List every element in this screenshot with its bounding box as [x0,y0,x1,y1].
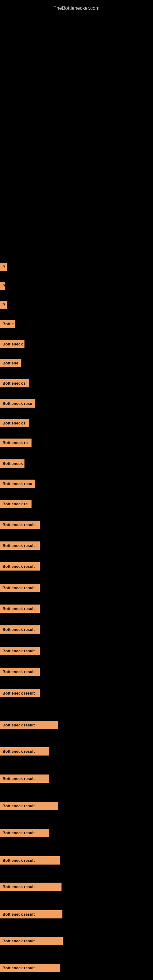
bottleneck-result-label: Bottleneck result [0,883,62,891]
bottleneck-result-label: Bottle [0,320,15,328]
bottleneck-result-label: Bottleneck result [0,937,63,945]
bottleneck-result-label: Bottleneck [0,460,24,468]
bottleneck-result-label: Bottleneck result [0,829,49,837]
bottleneck-result-label: Bottleneck resu [0,399,35,407]
bottleneck-result-label: B [0,282,5,290]
bottleneck-result-label: Bottleneck result [0,802,58,810]
site-title: TheBottlenecker.com [0,2,153,14]
bottleneck-result-label: B [0,301,7,309]
bottleneck-result-label: Bottleneck result [0,520,40,529]
bottleneck-result-label: Bottleneck result [0,856,60,865]
bottleneck-result-label: Bottleneck r [0,379,29,387]
bottleneck-result-label: Bottleneck result [0,541,40,550]
bottleneck-result-label: Bottleneck result [0,625,40,634]
bottleneck-result-label: B [0,263,7,271]
bottleneck-result-label: Bottlene [0,359,21,367]
bottleneck-result-label: Bottleneck result [0,562,40,571]
bottleneck-result-label: Bottleneck result [0,775,49,783]
bottleneck-result-label: Bottleneck result [0,747,49,756]
bottleneck-result-label: Bottleneck result [0,910,62,918]
bottleneck-result-label: Bottleneck resu [0,480,35,488]
bottleneck-result-label: Bottleneck result [0,584,40,592]
bottleneck-result-label: Bottleneck result [0,689,40,697]
bottleneck-result-label: Bottleneck result [0,721,58,729]
bottleneck-result-label: Bottleneck [0,340,24,348]
bottleneck-result-label: Bottleneck result [0,605,40,613]
bottleneck-result-label: Bottleneck result [0,668,40,676]
bottleneck-result-label: Bottleneck re [0,439,32,447]
bottleneck-result-label: Bottleneck result [0,647,40,655]
bottleneck-result-label: Bottleneck re [0,500,32,508]
bottleneck-result-label: Bottleneck result [0,964,60,972]
bottleneck-result-label: Bottleneck r [0,419,29,427]
